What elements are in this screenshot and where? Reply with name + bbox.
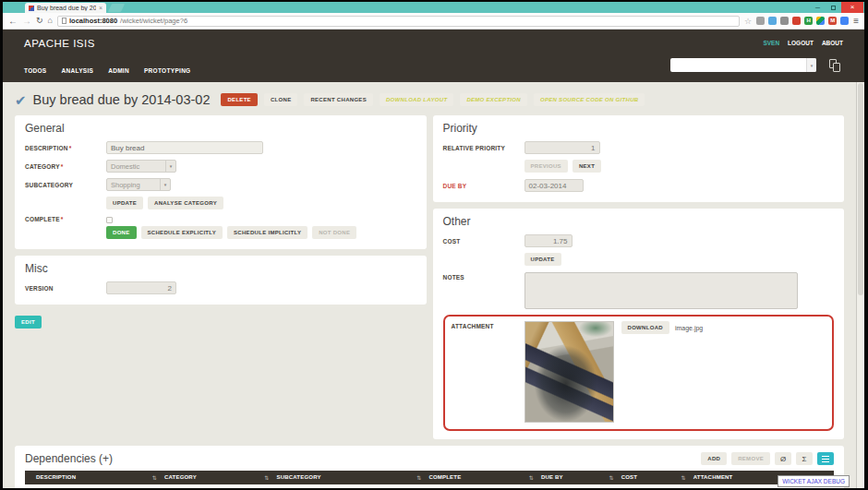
cost-label: COST	[443, 238, 524, 245]
open-source-button[interactable]: OPEN SOURCE CODE ON GITHUB	[534, 93, 645, 106]
due-by-label: DUE BY	[443, 183, 524, 189]
new-tab-button[interactable]	[108, 4, 125, 12]
analyse-category-button[interactable]: ANALYSE CATEGORY	[148, 197, 223, 209]
add-button[interactable]: ADD	[701, 452, 727, 465]
category-select: Domestic▾	[106, 160, 176, 173]
chevron-down-icon[interactable]: ▾	[806, 58, 816, 72]
bookmarks-select[interactable]: ▾	[670, 58, 816, 72]
nav-item-analysis[interactable]: ANALYSIS	[62, 67, 94, 74]
browser-toolbar: ← → ↻ ⌂ localhost:8080/wicket/wicket/pag…	[3, 13, 864, 30]
extension-icons: H M	[756, 17, 849, 25]
recent-changes-button[interactable]: RECENT CHANGES	[304, 93, 373, 106]
about-link[interactable]: ABOUT	[822, 40, 843, 46]
wicket-ajax-debug-link[interactable]: WICKET AJAX DEBUG	[778, 475, 850, 487]
apache-isis-app: APACHE ISIS TODOS ANALYSIS ADMIN PROTOTY…	[3, 30, 864, 488]
sort-icon: ⇅	[609, 474, 613, 481]
url-host: localhost:8080	[69, 17, 117, 25]
brand-logo[interactable]: APACHE ISIS	[24, 38, 95, 49]
column-header-description[interactable]: DESCRIPTION⇅	[32, 471, 161, 484]
required-mark: *	[61, 163, 64, 170]
extension-icon[interactable]	[768, 17, 777, 25]
column-header-complete[interactable]: COMPLETE⇅	[425, 471, 537, 484]
attachment-highlight-box: ATTACHMENT DOWNLOAD image.jpg	[443, 315, 835, 431]
download-button[interactable]: DOWNLOAD	[621, 321, 669, 334]
column-header-subcategory[interactable]: SUBCATEGORY⇅	[272, 471, 425, 484]
general-panel-title: General	[25, 122, 416, 135]
dependencies-title: Dependencies (+)	[25, 452, 113, 465]
summary-sigma-icon[interactable]: Σ	[796, 452, 813, 465]
demo-exception-button[interactable]: DEMO EXCEPTION	[460, 93, 527, 106]
relative-priority-field: 1	[524, 141, 600, 154]
close-button[interactable]: ×	[841, 2, 863, 13]
refresh-icon[interactable]: ↻	[36, 17, 43, 25]
copy-bookmark-icon[interactable]	[829, 59, 841, 72]
notes-field[interactable]	[524, 272, 798, 309]
logout-link[interactable]: LOGOUT	[788, 40, 814, 46]
previous-button: PREVIOUS	[524, 160, 568, 173]
home-icon[interactable]: ⌂	[48, 17, 53, 25]
back-icon[interactable]: ←	[8, 17, 18, 26]
minimize-button[interactable]: –	[810, 2, 826, 13]
maximize-button[interactable]	[826, 2, 841, 13]
nav-item-todos[interactable]: TODOS	[24, 67, 47, 74]
maximize-icon	[831, 6, 836, 10]
url-path: /wicket/wicket/page?6	[120, 17, 187, 25]
complete-checkbox	[106, 217, 113, 223]
extension-icon[interactable]	[816, 17, 825, 25]
update-cost-button[interactable]: UPDATE	[524, 253, 561, 266]
page-content: ✔ Buy bread due by 2014-03-02 DELETE CLO…	[3, 82, 864, 488]
nav-item-admin[interactable]: ADMIN	[108, 67, 129, 74]
edit-button[interactable]: EDIT	[15, 316, 42, 329]
desktop-screen: Buy bread due by 20 × – × ← → ↻ ⌂ localh…	[0, 0, 868, 490]
schedule-explicitly-button[interactable]: SCHEDULE EXPLICITLY	[141, 226, 223, 239]
scrollbar-thumb[interactable]	[858, 83, 863, 295]
extension-icon[interactable]: M	[828, 17, 837, 25]
priority-panel-title: Priority	[443, 122, 835, 135]
dependencies-panel: Dependencies (+) ADD REMOVE Ø Σ DESCRIP	[15, 446, 844, 488]
sort-icon: ⇅	[529, 474, 534, 481]
extension-icon[interactable]	[780, 17, 789, 25]
download-layout-button[interactable]: DOWNLOAD LAYOUT	[380, 93, 453, 106]
forward-icon[interactable]: →	[22, 17, 31, 26]
chevron-down-icon: ▾	[160, 179, 170, 190]
scrollbar[interactable]	[856, 82, 864, 488]
complete-label: COMPLETE*	[25, 216, 106, 222]
sort-icon: ⇅	[416, 474, 421, 481]
hide-columns-icon[interactable]: Ø	[775, 452, 791, 465]
tab-favicon-icon	[29, 6, 34, 11]
menu-icon[interactable]: ≡	[853, 16, 859, 26]
schedule-implicitly-button[interactable]: SCHEDULE IMPLICITLY	[227, 226, 307, 239]
description-field[interactable]: Buy bread	[106, 141, 263, 154]
version-field: 2	[106, 281, 176, 294]
column-header-cost[interactable]: COST⇅	[618, 471, 690, 484]
relative-priority-label: RELATIVE PRIORITY	[443, 145, 524, 151]
delete-button[interactable]: DELETE	[221, 93, 257, 106]
extension-icon[interactable]	[840, 17, 849, 25]
list-view-icon[interactable]	[817, 452, 834, 465]
chevron-down-icon: ▾	[165, 161, 175, 172]
nav-item-prototyping[interactable]: PROTOTYPING	[144, 67, 191, 74]
bookmark-star-icon[interactable]: ☆	[744, 17, 752, 26]
not-done-button: NOT DONE	[312, 226, 356, 239]
subcategory-select: Shopping▾	[106, 178, 171, 191]
attachment-filename: image.jpg	[675, 325, 703, 331]
browser-tab[interactable]: Buy bread due by 20 ×	[25, 3, 106, 13]
object-header: ✔ Buy bread due by 2014-03-02 DELETE CLO…	[15, 89, 844, 111]
column-header-due-by[interactable]: DUE BY⇅	[537, 471, 618, 484]
page-title: Buy bread due by 2014-03-02	[33, 92, 211, 107]
extension-icon[interactable]	[756, 17, 765, 25]
column-header-category[interactable]: CATEGORY⇅	[161, 471, 273, 484]
clone-button[interactable]: CLONE	[264, 93, 298, 106]
next-button[interactable]: NEXT	[573, 160, 601, 173]
extension-icon[interactable]: H	[804, 17, 813, 25]
user-name[interactable]: SVEN	[763, 40, 779, 46]
tab-close-icon[interactable]: ×	[99, 5, 102, 11]
todo-check-icon: ✔	[15, 93, 27, 107]
attachment-image	[524, 321, 614, 423]
done-button[interactable]: DONE	[106, 226, 137, 239]
extension-icon[interactable]	[792, 17, 801, 25]
update-button[interactable]: UPDATE	[106, 197, 143, 209]
address-bar[interactable]: localhost:8080/wicket/wicket/page?6	[57, 16, 740, 27]
cost-field: 1.75	[524, 234, 573, 247]
page-icon	[62, 18, 66, 24]
